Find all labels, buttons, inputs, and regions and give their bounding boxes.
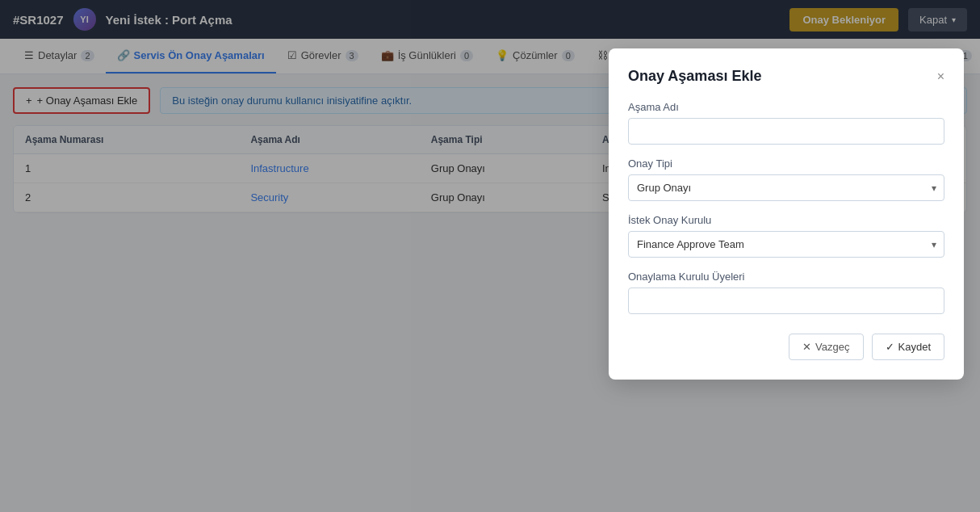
close-icon: ×	[937, 69, 944, 83]
onay-tipi-group: Onay Tipi Grup Onayı Bireysel Onay Herha…	[628, 157, 944, 201]
modal-header: Onay Aşaması Ekle ×	[628, 68, 944, 85]
onay-tipi-select[interactable]: Grup Onayı Bireysel Onay Herhangi Biri	[628, 174, 944, 201]
onay-asama-modal: Onay Aşaması Ekle × Aşama Adı Onay Tipi …	[609, 48, 964, 226]
modal-overlay: Onay Aşaması Ekle × Aşama Adı Onay Tipi …	[0, 0, 980, 226]
asama-adi-group: Aşama Adı	[628, 101, 944, 145]
asama-adi-label: Aşama Adı	[628, 101, 944, 113]
modal-title: Onay Aşaması Ekle	[628, 68, 761, 85]
onay-tipi-select-wrapper: Grup Onayı Bireysel Onay Herhangi Biri ▾	[628, 174, 944, 201]
istek-onay-kurulu-group: İstek Onay Kurulu Finance Approve Team I…	[628, 214, 944, 226]
modal-close-button[interactable]: ×	[937, 69, 944, 84]
onay-tipi-label: Onay Tipi	[628, 157, 944, 170]
istek-onay-kurulu-label: İstek Onay Kurulu	[628, 214, 944, 226]
asama-adi-input[interactable]	[628, 118, 944, 145]
